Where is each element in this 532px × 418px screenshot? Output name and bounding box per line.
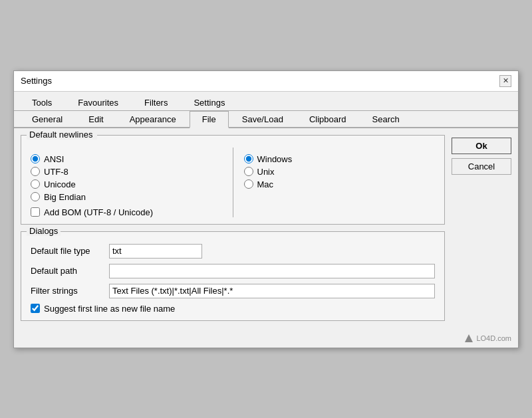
encoding-unicode-option[interactable]: Unicode xyxy=(31,179,222,189)
encoding-ansi-option[interactable]: ANSI xyxy=(31,154,222,164)
main-content: Default encoding ANSI UTF-8 xyxy=(21,135,445,321)
newlines-unix-radio[interactable] xyxy=(244,167,253,176)
filetype-row: Default file type xyxy=(31,244,435,259)
ok-button[interactable]: Ok xyxy=(452,138,511,154)
svg-marker-0 xyxy=(465,334,473,342)
tab-appearance[interactable]: Appearance xyxy=(117,111,189,127)
tab-edit[interactable]: Edit xyxy=(76,111,116,127)
encoding-radio-group: ANSI UTF-8 Unicode xyxy=(31,154,222,202)
window-title: Settings xyxy=(21,76,52,86)
side-buttons: Ok Cancel xyxy=(452,135,511,321)
newlines-radio-group: Windows Unix Mac xyxy=(244,154,436,189)
newlines-windows-label: Windows xyxy=(257,154,293,164)
tab-favourites[interactable]: Favourites xyxy=(65,94,131,110)
encoding-ansi-radio[interactable] xyxy=(31,154,40,163)
encoding-utf8-radio[interactable] xyxy=(31,167,40,176)
encoding-utf8-label: UTF-8 xyxy=(44,167,68,177)
encoding-utf8-option[interactable]: UTF-8 xyxy=(31,167,222,177)
tab-file[interactable]: File xyxy=(190,111,229,128)
newlines-unix-option[interactable]: Unix xyxy=(244,167,436,177)
encoding-bigendian-label: Big Endian xyxy=(44,192,86,202)
footer: LO4D.com xyxy=(14,328,518,348)
newlines-windows-radio[interactable] xyxy=(244,154,253,163)
tab-search[interactable]: Search xyxy=(360,111,412,127)
encoding-unicode-label: Unicode xyxy=(44,179,76,189)
tab-filters[interactable]: Filters xyxy=(132,94,180,110)
bom-checkbox[interactable] xyxy=(31,207,40,217)
filetype-input[interactable] xyxy=(109,244,202,259)
cancel-button[interactable]: Cancel xyxy=(452,158,511,175)
tabs-row2: General Edit Appearance File Save/Load C… xyxy=(14,111,518,128)
bom-label: Add BOM (UTF-8 / Unicode) xyxy=(44,207,153,217)
watermark-icon xyxy=(464,333,474,344)
encoding-ansi-label: ANSI xyxy=(44,154,64,164)
newlines-mac-option[interactable]: Mac xyxy=(244,179,436,189)
close-button[interactable]: ✕ xyxy=(499,75,511,87)
tab-general[interactable]: General xyxy=(19,111,75,127)
tab-tools[interactable]: Tools xyxy=(19,94,65,110)
path-label: Default path xyxy=(31,266,104,276)
tabs-row1: Tools Favourites Filters Settings xyxy=(14,92,518,111)
filter-input[interactable] xyxy=(109,284,435,298)
tab-clipboard[interactable]: Clipboard xyxy=(297,111,359,127)
newlines-title: Default newlines xyxy=(27,130,95,140)
filter-row: Filter strings xyxy=(31,284,435,298)
encoding-bigendian-radio[interactable] xyxy=(31,192,40,201)
watermark: LO4D.com xyxy=(464,333,511,344)
encoding-newlines-box: Default encoding ANSI UTF-8 xyxy=(21,135,445,225)
newlines-windows-option[interactable]: Windows xyxy=(244,154,436,164)
filetype-label: Default file type xyxy=(31,246,104,256)
tab-settings[interactable]: Settings xyxy=(181,94,237,110)
suggest-checkbox[interactable] xyxy=(31,304,40,313)
dialogs-title: Dialogs xyxy=(27,226,61,236)
encoding-section: Default encoding ANSI UTF-8 xyxy=(31,148,222,217)
newlines-unix-label: Unix xyxy=(257,167,275,177)
suggest-option[interactable]: Suggest first line as new file name xyxy=(31,304,435,314)
newlines-mac-radio[interactable] xyxy=(244,179,253,189)
suggest-label: Suggest first line as new file name xyxy=(44,304,175,314)
watermark-text: LO4D.com xyxy=(476,334,511,342)
filter-label: Filter strings xyxy=(31,286,104,296)
path-input[interactable] xyxy=(109,264,435,278)
bom-option[interactable]: Add BOM (UTF-8 / Unicode) xyxy=(31,207,222,217)
encoding-newlines-inner: Default encoding ANSI UTF-8 xyxy=(31,148,435,217)
newlines-mac-label: Mac xyxy=(257,179,274,189)
settings-window: Settings ✕ Tools Favourites Filters Sett… xyxy=(13,70,519,348)
dialogs-box: Dialogs Default file type Default path F… xyxy=(21,231,445,321)
newlines-section: Default newlines Windows Unix xyxy=(244,148,436,217)
encoding-unicode-radio[interactable] xyxy=(31,179,40,189)
encoding-bigendian-option[interactable]: Big Endian xyxy=(31,192,222,202)
path-row: Default path xyxy=(31,264,435,278)
section-divider xyxy=(233,148,233,217)
content-area: Default encoding ANSI UTF-8 xyxy=(14,128,518,328)
titlebar: Settings ✕ xyxy=(14,71,518,92)
tab-saveload[interactable]: Save/Load xyxy=(229,111,296,127)
